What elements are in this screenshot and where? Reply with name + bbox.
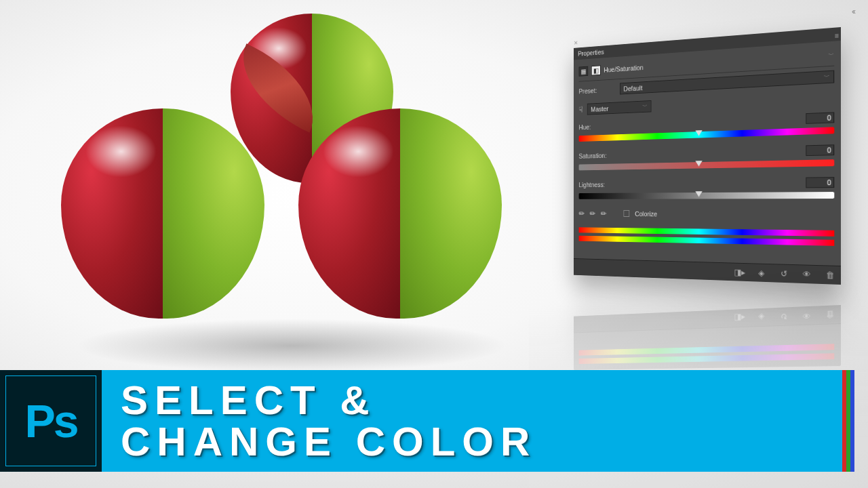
trash-icon[interactable]: 🗑 — [824, 270, 835, 280]
mask-thumb-icon: ◧ — [591, 65, 601, 75]
color-range-bars — [579, 224, 835, 259]
chevron-down-icon: ﹀ — [824, 73, 830, 81]
title-line-2: CHANGE COLOR — [121, 421, 842, 462]
chevron-down-icon: ﹀ — [643, 102, 648, 110]
reset-icon[interactable]: ↺ — [778, 268, 789, 279]
lightness-slider[interactable] — [579, 192, 835, 199]
slider-thumb[interactable] — [695, 130, 702, 136]
channel-select[interactable]: Master ﹀ — [587, 100, 652, 115]
slider-thumb[interactable] — [695, 161, 702, 167]
colorize-checkbox[interactable] — [623, 210, 629, 217]
targeted-adjust-icon[interactable]: ☟ — [579, 105, 583, 115]
saturation-slider[interactable] — [579, 159, 835, 170]
adjustment-name: Hue/Saturation — [604, 64, 643, 74]
title-banner: Ps SELECT & CHANGE COLOR — [0, 370, 854, 472]
hue-value-input[interactable]: 0 — [806, 112, 834, 123]
chevron-down-icon[interactable]: ﹀ — [829, 50, 835, 60]
slider-thumb[interactable] — [695, 191, 702, 197]
adjustment-thumb-icon: ▦ — [579, 66, 589, 77]
view-previous-icon[interactable]: ◈ — [756, 268, 767, 278]
photoshop-logo: Ps — [0, 370, 102, 472]
panel-title: Properties — [578, 48, 604, 58]
rgb-stripes — [842, 370, 854, 472]
lightness-value-input[interactable]: 0 — [806, 177, 834, 188]
subject-image — [47, 20, 495, 359]
title-line-1: SELECT & — [121, 380, 842, 421]
panel-menu-icon[interactable]: ≡ — [835, 31, 837, 39]
collapse-chevrons-icon[interactable]: ‹‹ — [852, 7, 854, 16]
colorize-label: Colorize — [635, 210, 657, 218]
preset-label: Preset: — [579, 85, 616, 95]
saturation-label: Saturation: — [579, 152, 616, 160]
lightness-label: Lightness: — [579, 181, 616, 188]
preset-value: Default — [623, 84, 642, 92]
eyedropper-icon[interactable]: ✎ — [577, 207, 587, 218]
visibility-icon[interactable]: 👁 — [801, 269, 812, 279]
logo-text: Ps — [24, 394, 77, 447]
eyedropper-add-icon[interactable]: ✎ — [588, 207, 597, 218]
close-icon[interactable]: ✕ — [574, 39, 578, 46]
clip-to-layer-icon[interactable]: ◨▸ — [734, 267, 745, 277]
channel-value: Master — [591, 104, 608, 113]
saturation-value-input[interactable]: 0 — [806, 144, 834, 156]
properties-panel: ✕ Properties ≡ ▦ ◧ Hue/Saturation ﹀ Pres… — [574, 27, 841, 285]
eyedropper-subtract-icon[interactable]: ✎ — [599, 208, 608, 219]
hue-label: Hue: — [579, 122, 616, 131]
